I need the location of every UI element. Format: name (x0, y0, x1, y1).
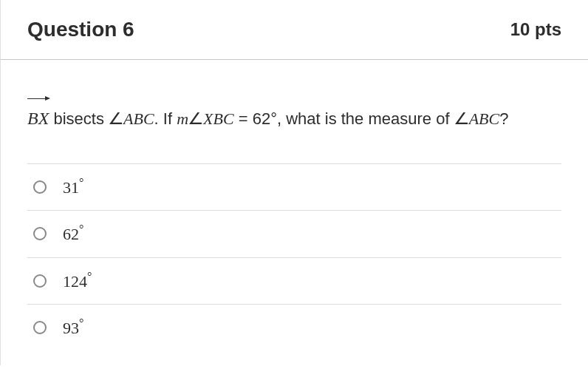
option-label: 93° (63, 317, 83, 338)
angle-icon: ∠ (454, 105, 470, 134)
option-2[interactable]: 62° (27, 211, 561, 257)
question-header: Question 6 10 pts (0, 0, 588, 60)
angle-icon: ∠ (188, 105, 204, 134)
question-content: BX bisects ∠ABC. If m∠XBC = 62°, what is… (0, 60, 588, 365)
radio-icon (33, 227, 47, 240)
question-prompt: BX bisects ∠ABC. If m∠XBC = 62°, what is… (27, 97, 561, 134)
option-label: 62° (63, 223, 83, 244)
radio-icon (33, 180, 47, 194)
radio-icon (33, 321, 47, 334)
question-title: Question 6 (27, 18, 134, 41)
radio-icon (33, 274, 47, 288)
option-4[interactable]: 93° (27, 305, 561, 350)
option-1[interactable]: 31° (27, 164, 561, 211)
answer-options: 31° 62° 124° 93° (27, 163, 561, 350)
option-label: 124° (63, 271, 92, 291)
option-label: 31° (63, 177, 83, 197)
option-3[interactable]: 124° (27, 258, 561, 305)
ray-bx: BX (27, 97, 49, 134)
angle-icon: ∠ (108, 105, 124, 134)
question-points: 10 pts (510, 19, 561, 40)
